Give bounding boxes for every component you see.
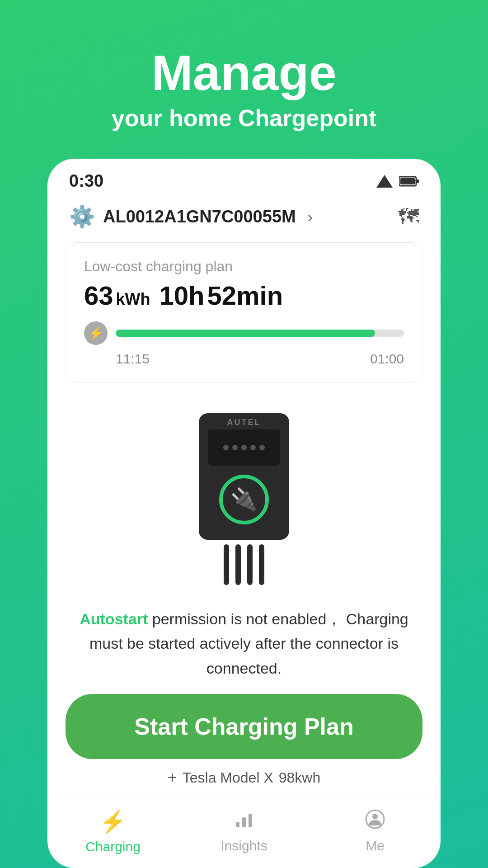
bolt-icon-container: ⚡ — [84, 321, 108, 345]
svg-rect-6 — [249, 814, 252, 827]
svg-point-8 — [372, 814, 378, 819]
progress-bar: ⚡ — [84, 321, 404, 345]
charging-nav-label: Charging — [85, 839, 141, 854]
charging-nav-icon: ⚡ — [99, 809, 127, 835]
charger-body: AUTEL 🔌 — [199, 413, 289, 540]
phone-card: 0:30 ⚙️ AL0012A1GN7C00055M › 🗺 Low-cost … — [47, 159, 441, 868]
charger-image: AUTEL 🔌 — [185, 413, 303, 576]
nav-charging[interactable]: ⚡ Charging — [47, 809, 178, 854]
autostart-link[interactable]: Autostart — [80, 610, 148, 627]
device-left: ⚙️ AL0012A1GN7C00055M › — [69, 204, 313, 229]
svg-rect-5 — [242, 817, 246, 827]
add-vehicle-row[interactable]: + Tesla Model X 98kwh — [47, 768, 441, 787]
device-id[interactable]: AL0012A1GN7C00055M — [103, 207, 296, 226]
charger-screen — [208, 429, 280, 466]
bolt-icon: ⚡ — [88, 326, 104, 341]
progress-track — [116, 330, 404, 337]
nav-me[interactable]: Me — [310, 809, 441, 854]
svg-rect-4 — [236, 822, 239, 827]
dot-5 — [259, 445, 265, 450]
header-title: Manage — [27, 45, 461, 100]
device-bar: ⚙️ AL0012A1GN7C00055M › 🗺 — [47, 198, 441, 238]
me-nav-icon — [365, 809, 385, 834]
svg-rect-3 — [400, 178, 415, 184]
progress-fill — [116, 330, 375, 337]
charger-ring: 🔌 — [219, 475, 269, 524]
start-charging-button[interactable]: Start Charging Plan — [66, 694, 422, 759]
dot-1 — [223, 445, 229, 450]
header: Manage your home Chargepoint — [0, 0, 488, 159]
plan-kwh-unit: kWh — [116, 290, 150, 309]
cable-4 — [259, 544, 264, 585]
plan-label: Low-cost charging plan — [84, 258, 404, 275]
time-start: 11:15 — [116, 351, 150, 367]
status-icons — [376, 175, 419, 188]
me-nav-label: Me — [366, 838, 385, 854]
insights-nav-label: Insights — [221, 838, 267, 854]
charger-cables — [185, 544, 303, 585]
svg-marker-0 — [376, 175, 393, 188]
plan-minutes: 52min — [207, 280, 283, 311]
svg-rect-2 — [416, 179, 419, 183]
insights-nav-icon — [234, 809, 254, 834]
nav-insights[interactable]: Insights — [178, 809, 310, 854]
charger-dots — [223, 445, 265, 450]
cable-2 — [235, 544, 241, 585]
chevron-right-icon: › — [308, 208, 313, 226]
charger-area: AUTEL 🔌 — [47, 396, 441, 598]
time-end: 01:00 — [370, 351, 404, 367]
battery-icon — [399, 175, 419, 188]
map-icon[interactable]: 🗺 — [398, 204, 419, 229]
signal-icon — [376, 175, 393, 188]
plan-hours: 10h — [160, 280, 205, 311]
bottom-nav: ⚡ Charging Insights Me — [47, 798, 441, 868]
vehicle-name: Tesla Model X — [183, 769, 273, 786]
gear-icon[interactable]: ⚙️ — [69, 204, 95, 229]
dot-4 — [250, 445, 256, 450]
plan-kwh-number: 63 — [84, 280, 113, 311]
vehicle-kwh: 98kwh — [279, 769, 321, 786]
status-bar: 0:30 — [47, 159, 441, 198]
header-subtitle: your home Chargepoint — [27, 104, 461, 132]
add-icon: + — [168, 768, 177, 787]
progress-times: 11:15 01:00 — [84, 351, 404, 367]
status-time: 0:30 — [69, 171, 103, 191]
plan-stats: 63 kWh 10h 52min — [84, 280, 404, 311]
cable-1 — [224, 544, 229, 585]
dot-3 — [241, 445, 247, 450]
dot-2 — [232, 445, 238, 450]
plan-card: Low-cost charging plan 63 kWh 10h 52min … — [66, 242, 422, 382]
autostart-notice: Autostart permission is not enabled， Cha… — [47, 598, 441, 694]
cable-3 — [247, 544, 253, 585]
